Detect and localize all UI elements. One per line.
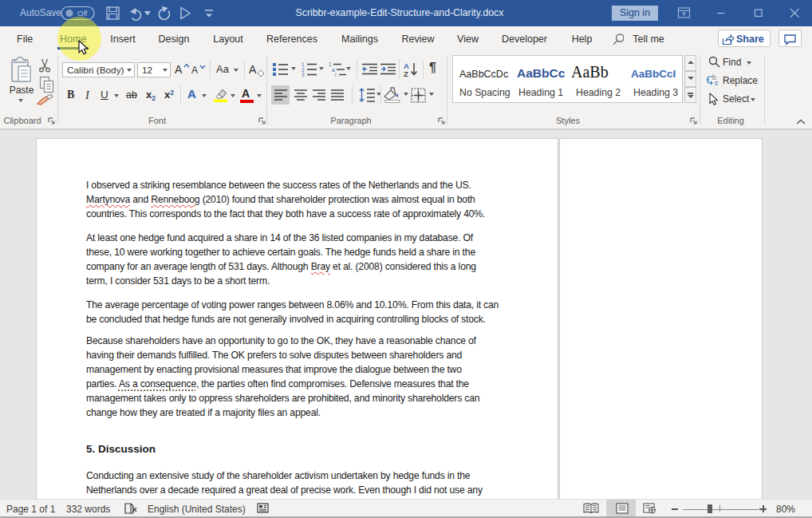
svg-text:c: c: [715, 79, 719, 86]
svg-text:i: i: [335, 72, 336, 77]
svg-text:3: 3: [302, 72, 305, 77]
svg-text:Z: Z: [404, 69, 408, 77]
